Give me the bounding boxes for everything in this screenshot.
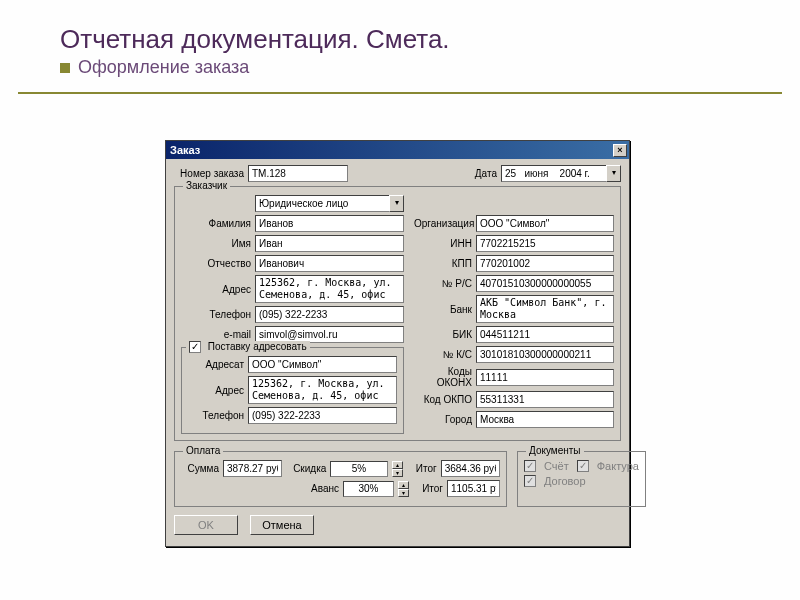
firstname-label: Имя: [181, 238, 251, 249]
bik-field[interactable]: [476, 326, 614, 343]
itog1-field[interactable]: [441, 460, 500, 477]
discount-label: Скидка: [286, 463, 326, 474]
lastname-label: Фамилия: [181, 218, 251, 229]
schet-checkbox: ✓: [524, 460, 536, 472]
bank-label: Банк: [414, 304, 472, 315]
city-field[interactable]: [476, 411, 614, 428]
org-label: Организация: [414, 218, 472, 229]
advance-label: Аванс: [299, 483, 339, 494]
advance-stepper[interactable]: ▴▾: [398, 481, 409, 497]
addressee-label: Адресат: [188, 359, 244, 370]
itog2-field[interactable]: [447, 480, 500, 497]
sum-label: Сумма: [181, 463, 219, 474]
order-window: Заказ × Номер заказа Дата ▾ Заказчик: [165, 140, 630, 547]
delivery-checkbox-label: Поставку адресовать: [208, 341, 307, 352]
documents-group: Документы ✓ Счёт ✓ Фактура ✓ Договор: [517, 451, 646, 507]
phone-label: Телефон: [181, 309, 251, 320]
itog2-label: Итог: [413, 483, 443, 494]
okonh-label: Коды ОКОНХ: [414, 366, 472, 388]
ks-label: № К/С: [414, 349, 472, 360]
window-title: Заказ: [170, 144, 200, 156]
date-field[interactable]: [501, 165, 606, 182]
documents-legend: Документы: [526, 445, 584, 456]
firstname-field[interactable]: [255, 235, 404, 252]
ks-field[interactable]: [476, 346, 614, 363]
inn-label: ИНН: [414, 238, 472, 249]
delivery-address-label: Адрес: [188, 385, 244, 396]
rs-label: № Р/С: [414, 278, 472, 289]
close-icon[interactable]: ×: [613, 144, 627, 157]
slide-subtitle: Оформление заказа: [60, 57, 740, 78]
discount-stepper[interactable]: ▴▾: [392, 461, 403, 477]
payment-group: Оплата Сумма Скидка ▴▾ Итог Аванс ▴▾: [174, 451, 507, 507]
schet-label: Счёт: [544, 460, 569, 472]
titlebar: Заказ ×: [166, 141, 629, 159]
lastname-field[interactable]: [255, 215, 404, 232]
dogovor-label: Договор: [544, 475, 586, 487]
address-label: Адрес: [181, 284, 251, 295]
bank-field[interactable]: АКБ "Символ Банк", г. Москва: [476, 295, 614, 323]
patronymic-label: Отчество: [181, 258, 251, 269]
cancel-button[interactable]: Отмена: [250, 515, 314, 535]
addressee-field[interactable]: [248, 356, 397, 373]
bik-label: БИК: [414, 329, 472, 340]
payment-legend: Оплата: [183, 445, 223, 456]
chevron-down-icon[interactable]: ▾: [389, 195, 404, 212]
discount-field[interactable]: [330, 461, 387, 477]
okpo-field[interactable]: [476, 391, 614, 408]
delivery-group: ✓ Поставку адресовать Адресат Адрес 1253…: [181, 347, 404, 434]
kpp-label: КПП: [414, 258, 472, 269]
order-no-label: Номер заказа: [174, 168, 244, 179]
order-no-field[interactable]: [248, 165, 348, 182]
faktura-label: Фактура: [597, 460, 639, 472]
itog1-label: Итог: [407, 463, 437, 474]
delivery-address-field[interactable]: 125362, г. Москва, ул. Семенова, д. 45, …: [248, 376, 397, 404]
bullet-icon: [60, 63, 70, 73]
sum-field[interactable]: [223, 460, 282, 477]
delivery-phone-field[interactable]: [248, 407, 397, 424]
delivery-phone-label: Телефон: [188, 410, 244, 421]
customer-group: Заказчик ▾ Фамилия: [174, 186, 621, 441]
chevron-down-icon[interactable]: ▾: [606, 165, 621, 182]
city-label: Город: [414, 414, 472, 425]
faktura-checkbox: ✓: [577, 460, 589, 472]
phone-field[interactable]: [255, 306, 404, 323]
address-field[interactable]: 125362, г. Москва, ул. Семенова, д. 45, …: [255, 275, 404, 303]
okonh-field[interactable]: [476, 369, 614, 386]
slide-title: Отчетная документация. Смета.: [60, 24, 740, 55]
rs-field[interactable]: [476, 275, 614, 292]
advance-field[interactable]: [343, 481, 394, 497]
date-label: Дата: [475, 168, 497, 179]
okpo-label: Код ОКПО: [414, 394, 472, 405]
org-field[interactable]: [476, 215, 614, 232]
customer-type-field[interactable]: [255, 195, 389, 212]
divider: [18, 92, 782, 94]
kpp-field[interactable]: [476, 255, 614, 272]
customer-legend: Заказчик: [183, 180, 230, 191]
patronymic-field[interactable]: [255, 255, 404, 272]
dogovor-checkbox: ✓: [524, 475, 536, 487]
ok-button[interactable]: OK: [174, 515, 238, 535]
delivery-checkbox[interactable]: ✓: [189, 341, 201, 353]
inn-field[interactable]: [476, 235, 614, 252]
email-label: e-mail: [181, 329, 251, 340]
